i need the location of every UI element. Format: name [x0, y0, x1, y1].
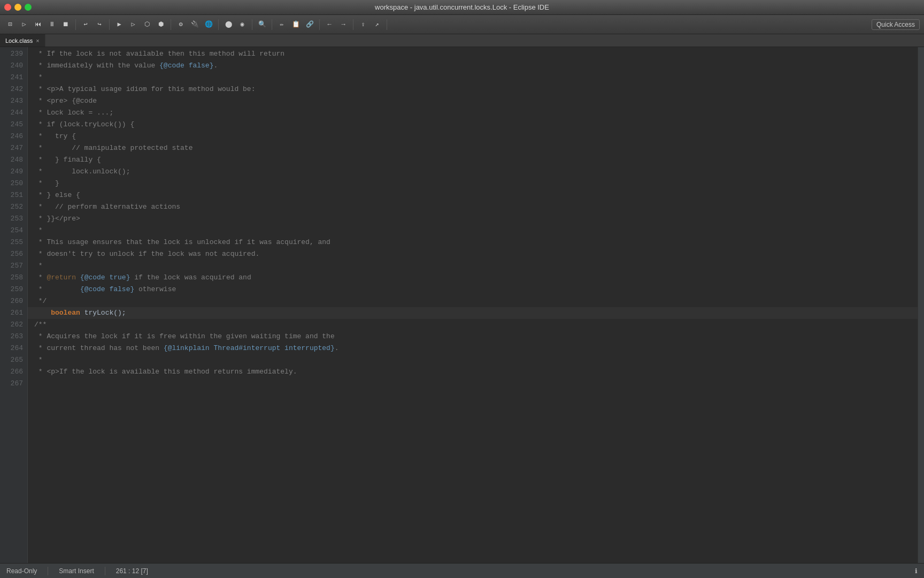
toolbar-btn-16[interactable]: ◉ [236, 19, 248, 31]
tab-close-button[interactable]: × [36, 37, 39, 44]
code-line-266[interactable]: * [28, 354, 918, 366]
toolbar-sep-7 [319, 19, 320, 30]
code-line-245[interactable]: * if (lock.tryLock()) { [28, 119, 918, 131]
code-line-256[interactable]: * doesn't try to unlock if the lock was … [28, 248, 918, 260]
titlebar: workspace - java.util.concurrent.locks.L… [0, 0, 924, 15]
status-position: 261 : 12 [7] [116, 567, 148, 575]
code-line-264[interactable]: * Acquires the lock if it is free within… [28, 331, 918, 343]
code-line-254[interactable]: * [28, 225, 918, 237]
tab-label: Lock.class [5, 37, 33, 44]
quick-access-button[interactable]: Quick Access [872, 19, 920, 30]
code-line-242[interactable]: * <p>A typical usage idiom for this meth… [28, 83, 918, 95]
toolbar-btn-5[interactable]: ⏹ [60, 19, 72, 31]
toolbar-btn-14[interactable]: 🌐 [203, 19, 214, 31]
code-line-247[interactable]: * // manipulate protected state [28, 142, 918, 154]
code-line-243[interactable]: * <pre> {@code [28, 95, 918, 107]
toolbar-btn-6[interactable]: ↩ [80, 19, 91, 31]
toolbar-btn-8[interactable]: ▶ [113, 19, 125, 31]
window-title: workspace - java.util.concurrent.locks.L… [375, 3, 549, 11]
toolbar-sep-8 [353, 19, 353, 30]
code-line-246[interactable]: * try { [28, 131, 918, 142]
toolbar-sep-2 [109, 19, 110, 30]
editor-tab-lock[interactable]: Lock.class × [0, 34, 45, 47]
maximize-button[interactable] [25, 4, 32, 11]
code-line-255[interactable]: * This usage ensures that the lock is un… [28, 237, 918, 248]
tabbar: Lock.class × [0, 34, 924, 47]
code-line-241[interactable]: * [28, 72, 918, 83]
status-sep-1 [48, 567, 48, 575]
code-line-258[interactable]: * @return {@code true} if the lock was a… [28, 272, 918, 284]
toolbar-btn-17[interactable]: 🔍 [256, 19, 268, 31]
scrollbar[interactable] [918, 47, 924, 563]
toolbar-btn-9[interactable]: ▷ [127, 19, 139, 31]
toolbar-btn-2[interactable]: ▷ [18, 19, 30, 31]
toolbar-sep-3 [171, 19, 171, 30]
toolbar-btn-4[interactable]: ⏸ [46, 19, 58, 31]
code-line-257[interactable]: * [28, 260, 918, 272]
toolbar-btn-11[interactable]: ⬢ [155, 19, 167, 31]
code-line-253[interactable]: * }}</pre> [28, 213, 918, 225]
code-area[interactable]: * If the lock is not available then this… [28, 47, 918, 563]
status-mode: Read-Only [6, 567, 37, 575]
code-line-239[interactable]: * If the lock is not available then this… [28, 48, 918, 60]
toolbar-btn-7[interactable]: ↪ [94, 19, 105, 31]
code-line-249[interactable]: * lock.unlock(); [28, 166, 918, 178]
toolbar-sep-9 [387, 19, 387, 30]
toolbar-btn-22[interactable]: → [337, 19, 349, 31]
toolbar: ⊡ ▷ ⏮ ⏸ ⏹ ↩ ↪ ▶ ▷ ⬡ ⬢ ⚙ 🔌 🌐 ⬤ ◉ 🔍 ✏ 📋 🔗 … [0, 15, 924, 34]
toolbar-btn-12[interactable]: ⚙ [175, 19, 187, 31]
code-line-240[interactable]: * immediately with the value {@code fals… [28, 60, 918, 72]
toolbar-btn-19[interactable]: 📋 [290, 19, 302, 31]
code-line-244[interactable]: * Lock lock = ...; [28, 107, 918, 119]
toolbar-btn-1[interactable]: ⊡ [4, 19, 16, 31]
toolbar-sep-6 [272, 19, 272, 30]
toolbar-btn-21[interactable]: ← [324, 19, 335, 31]
minimize-button[interactable] [14, 4, 21, 11]
code-line-265[interactable]: * current thread has not been {@linkplai… [28, 343, 918, 354]
toolbar-btn-24[interactable]: ↗ [371, 19, 383, 31]
toolbar-btn-18[interactable]: ✏ [276, 19, 288, 31]
info-icon: ℹ [915, 567, 918, 575]
status-sep-2 [105, 567, 105, 575]
status-right: ℹ [915, 567, 918, 575]
editor-area: 2392402412422432442452462472482492502512… [0, 47, 924, 563]
code-line-263[interactable]: /** [28, 319, 918, 331]
toolbar-btn-20[interactable]: 🔗 [304, 19, 315, 31]
statusbar: Read-Only Smart Insert 261 : 12 [7] ℹ [0, 563, 924, 578]
code-line-252[interactable]: * // perform alternative actions [28, 201, 918, 213]
window-controls[interactable] [4, 4, 32, 11]
toolbar-btn-13[interactable]: 🔌 [189, 19, 201, 31]
code-line-267[interactable]: * <p>If the lock is available this metho… [28, 366, 918, 378]
code-line-259[interactable]: * {@code false} otherwise [28, 284, 918, 295]
code-line-248[interactable]: * } finally { [28, 154, 918, 166]
toolbar-sep-4 [218, 19, 219, 30]
code-line-250[interactable]: * } [28, 178, 918, 189]
close-button[interactable] [4, 4, 11, 11]
toolbar-sep-5 [252, 19, 252, 30]
toolbar-btn-3[interactable]: ⏮ [32, 19, 44, 31]
line-numbers: 2392402412422432442452462472482492502512… [0, 47, 28, 563]
code-line-260[interactable]: */ [28, 295, 918, 307]
code-line-261[interactable]: boolean tryLock(); [28, 307, 918, 319]
toolbar-btn-15[interactable]: ⬤ [222, 19, 234, 31]
status-insert: Smart Insert [59, 567, 94, 575]
toolbar-btn-10[interactable]: ⬡ [141, 19, 153, 31]
code-line-251[interactable]: * } else { [28, 189, 918, 201]
toolbar-sep-1 [75, 19, 76, 30]
toolbar-btn-23[interactable]: ⇪ [357, 19, 369, 31]
